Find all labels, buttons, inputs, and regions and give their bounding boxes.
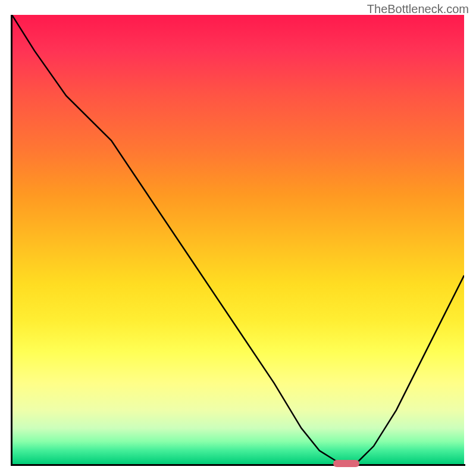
- watermark-text: TheBottleneck.com: [367, 2, 469, 16]
- x-axis-line: [11, 464, 465, 466]
- bottleneck-curve: [12, 15, 464, 464]
- optimal-point-marker: [333, 460, 359, 467]
